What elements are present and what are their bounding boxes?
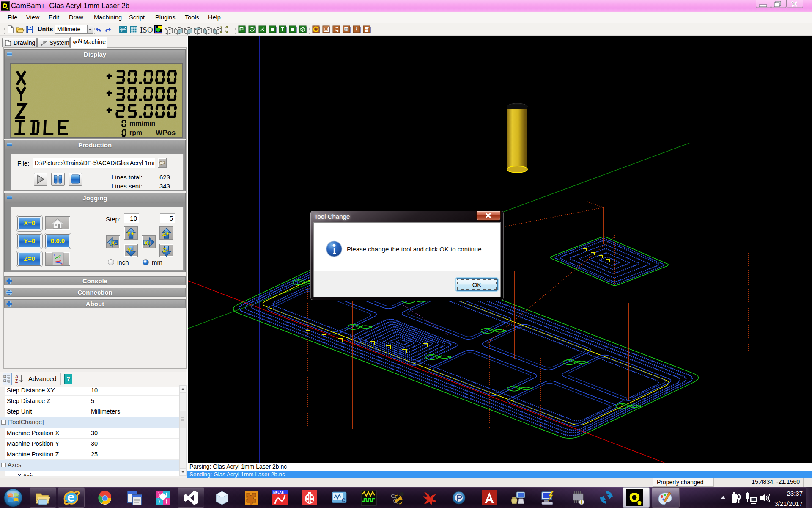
svg-text:Z-: Z- xyxy=(163,247,169,254)
svg-text:NC: NC xyxy=(365,28,369,31)
svg-text:Z: Z xyxy=(15,379,18,384)
svg-text:Y-: Y- xyxy=(127,247,133,254)
svg-text:A: A xyxy=(15,374,18,379)
svg-text:C: C xyxy=(342,497,346,503)
svg-text:+: + xyxy=(4,380,5,382)
svg-text:z: z xyxy=(54,254,55,257)
svg-text:y: y xyxy=(59,254,61,258)
svg-text:x: x xyxy=(61,262,63,265)
svg-text:MPLAB: MPLAB xyxy=(273,491,284,494)
svg-text:X-: X- xyxy=(111,240,117,246)
svg-text:X+: X+ xyxy=(144,240,152,246)
svg-text:Z+: Z+ xyxy=(162,230,170,237)
svg-text:Y+: Y+ xyxy=(127,230,134,237)
svg-text:+: + xyxy=(4,375,5,378)
